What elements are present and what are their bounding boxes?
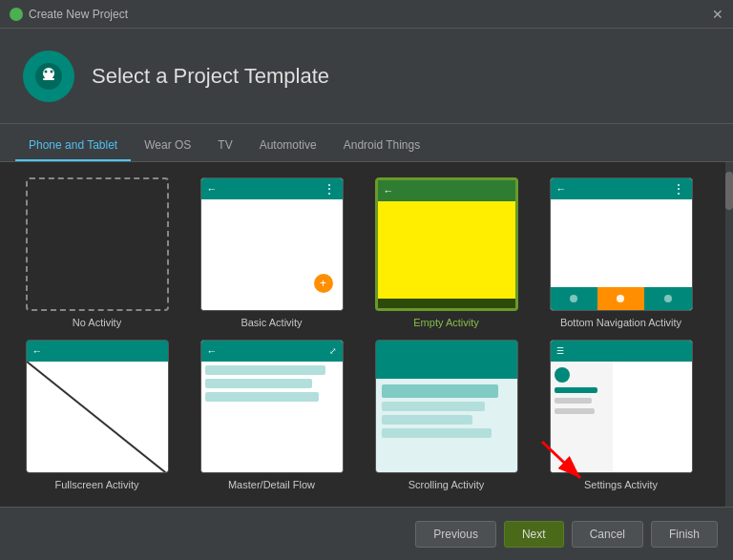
back-arrow-icon: ← bbox=[384, 185, 394, 197]
scrolling-body bbox=[376, 379, 517, 472]
settings-body bbox=[551, 362, 692, 472]
template-card-fullscreen[interactable]: ← Fullscreen Activity bbox=[15, 340, 178, 490]
bottom-nav-bar: ← ⋮ bbox=[551, 178, 692, 199]
nav-tab-3 bbox=[644, 287, 691, 310]
svg-rect-2 bbox=[43, 78, 54, 80]
basic-activity-bar: ← ⋮ bbox=[201, 178, 343, 199]
svg-point-1 bbox=[43, 68, 54, 79]
empty-activity-body bbox=[378, 201, 515, 299]
bottom-nav-body bbox=[551, 199, 692, 287]
scrolling-header bbox=[376, 341, 517, 379]
back-arrow-icon: ← bbox=[556, 183, 567, 195]
back-arrow-icon: ← bbox=[207, 345, 218, 357]
menu-dots-icon: ⋮ bbox=[323, 181, 337, 197]
empty-activity-footer bbox=[378, 299, 515, 308]
scrollbar-thumb[interactable] bbox=[725, 172, 733, 210]
svg-point-4 bbox=[51, 70, 53, 73]
title-bar-text: Create New Project bbox=[29, 8, 128, 21]
no-activity-thumb bbox=[26, 177, 169, 311]
basic-activity-label: Basic Activity bbox=[241, 317, 302, 328]
no-activity-label: No Activity bbox=[73, 317, 121, 328]
cancel-button[interactable]: Cancel bbox=[572, 521, 643, 548]
settings-label: Settings Activity bbox=[584, 479, 658, 490]
back-arrow-icon: ← bbox=[32, 345, 43, 357]
tab-automotive[interactable]: Automotive bbox=[246, 131, 330, 161]
template-card-scrolling[interactable]: Scrolling Activity bbox=[365, 340, 528, 490]
bottom-nav-tabs bbox=[551, 287, 692, 310]
content-area: No Activity ← ⋮ + Basic Activity ← bbox=[0, 162, 733, 507]
nav-tab-2 bbox=[597, 287, 644, 310]
tab-wear-os[interactable]: Wear OS bbox=[131, 131, 204, 161]
title-bar-left: Create New Project bbox=[10, 8, 128, 21]
next-button[interactable]: Next bbox=[504, 521, 564, 548]
settings-main bbox=[613, 362, 692, 472]
menu-icon: ☰ bbox=[556, 346, 564, 356]
master-detail-bar: ← ⤢ bbox=[201, 341, 343, 362]
bottom-nav-thumb: ← ⋮ bbox=[550, 177, 693, 311]
template-card-basic-activity[interactable]: ← ⋮ + Basic Activity bbox=[190, 177, 353, 328]
fullscreen-bar: ← bbox=[27, 341, 168, 362]
svg-line-5 bbox=[27, 362, 169, 473]
page-title: Select a Project Template bbox=[92, 64, 329, 89]
previous-button[interactable]: Previous bbox=[415, 521, 496, 548]
android-icon bbox=[10, 8, 23, 21]
title-bar: Create New Project ✕ bbox=[0, 0, 733, 29]
empty-activity-thumb: ← bbox=[375, 177, 518, 311]
tab-android-things[interactable]: Android Things bbox=[330, 131, 434, 161]
tab-phone-tablet[interactable]: Phone and Tablet bbox=[15, 131, 131, 161]
master-detail-thumb: ← ⤢ bbox=[200, 340, 344, 473]
empty-activity-label: Empty Activity bbox=[413, 317, 478, 328]
master-detail-body bbox=[201, 362, 343, 472]
back-arrow-icon: ← bbox=[207, 183, 218, 195]
header: Select a Project Template bbox=[0, 29, 733, 124]
tabs-container: Phone and Tablet Wear OS TV Automotive A… bbox=[0, 124, 733, 162]
app-logo bbox=[23, 51, 74, 102]
template-card-master-detail[interactable]: ← ⤢ Master/Detail Flow bbox=[190, 340, 353, 490]
tab-tv[interactable]: TV bbox=[204, 131, 245, 161]
svg-point-3 bbox=[45, 70, 48, 73]
footer: Previous Next Cancel Finish bbox=[0, 507, 733, 560]
template-card-settings[interactable]: ☰ Settings Activity bbox=[539, 340, 702, 490]
finish-button[interactable]: Finish bbox=[651, 521, 718, 548]
nav-tab-1 bbox=[551, 287, 597, 310]
fullscreen-body bbox=[27, 362, 168, 472]
scrollbar-track bbox=[725, 162, 733, 507]
template-card-bottom-nav[interactable]: ← ⋮ Bottom Navigation Activity bbox=[539, 177, 702, 328]
fab-button: + bbox=[314, 274, 333, 293]
settings-sidebar bbox=[551, 362, 613, 472]
settings-thumb: ☰ bbox=[550, 340, 693, 473]
fullscreen-label: Fullscreen Activity bbox=[54, 479, 138, 490]
settings-bar: ☰ bbox=[551, 341, 692, 362]
empty-activity-bar: ← bbox=[378, 180, 515, 201]
master-detail-label: Master/Detail Flow bbox=[228, 479, 315, 490]
fullscreen-thumb: ← bbox=[26, 340, 169, 473]
bottom-nav-label: Bottom Navigation Activity bbox=[560, 317, 681, 328]
close-button[interactable]: ✕ bbox=[712, 7, 723, 22]
expand-icon: ⤢ bbox=[329, 346, 337, 356]
basic-activity-body bbox=[201, 199, 343, 310]
template-card-empty-activity[interactable]: ← Empty Activity bbox=[365, 177, 528, 328]
template-grid: No Activity ← ⋮ + Basic Activity ← bbox=[15, 177, 718, 490]
template-card-no-activity[interactable]: No Activity bbox=[15, 177, 178, 328]
scrolling-label: Scrolling Activity bbox=[408, 479, 484, 490]
basic-activity-thumb: ← ⋮ + bbox=[200, 177, 344, 311]
scrolling-thumb bbox=[375, 340, 518, 473]
menu-dots-icon: ⋮ bbox=[672, 181, 686, 197]
